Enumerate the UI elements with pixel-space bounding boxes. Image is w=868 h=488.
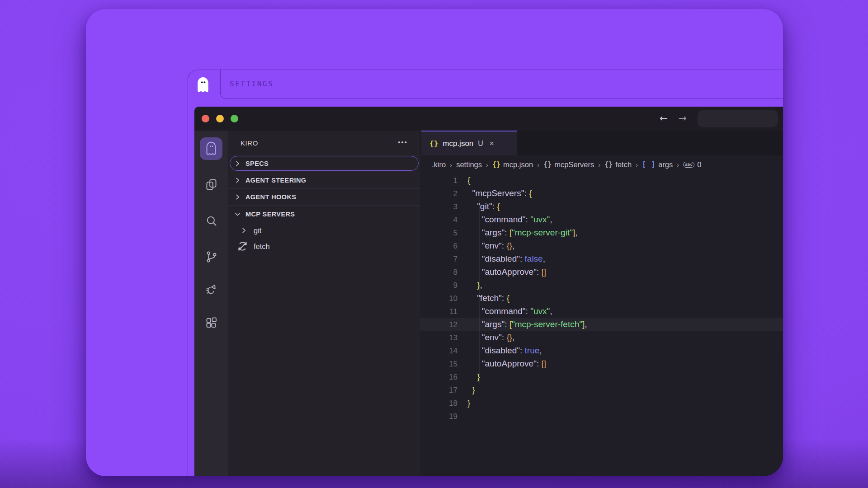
- line-number: 13: [420, 331, 458, 344]
- debug-icon: [205, 282, 218, 296]
- chevron-right-icon: [235, 194, 241, 200]
- hero-card: SETTINGS ← → KIRO ••• SPECSAGENT STEERIN: [86, 9, 783, 476]
- minimize-traffic-light[interactable]: [216, 115, 224, 122]
- editor-group: {} mcp.json U × .kiro›settings›{}mcp.jso…: [420, 131, 783, 476]
- code-line: "args": ["mcp-server-fetch"],: [467, 318, 783, 331]
- files-icon: [205, 178, 218, 191]
- sidebar-header: KIRO •••: [228, 131, 420, 155]
- branch-icon: [205, 250, 218, 263]
- sidebar-section-agent-hooks[interactable]: AGENT HOOKS: [228, 189, 420, 206]
- breadcrumb-item-fetch[interactable]: {}fetch: [604, 160, 632, 169]
- settings-tab[interactable]: SETTINGS: [230, 70, 274, 99]
- activity-item-source-control[interactable]: [205, 250, 218, 263]
- ghost-icon: [204, 141, 218, 156]
- line-number: 5: [420, 226, 458, 239]
- code-line: [467, 409, 783, 422]
- history-forward-icon[interactable]: →: [675, 107, 690, 131]
- line-number: 12: [420, 318, 458, 331]
- string-abc-icon: abc: [683, 162, 694, 168]
- line-number: 14: [420, 344, 458, 357]
- code-line: "env": {},: [467, 331, 783, 344]
- activity-item-explorer[interactable]: [205, 178, 218, 191]
- breadcrumb-item-0[interactable]: abc0: [683, 160, 701, 169]
- line-numbers: 12345678910111213141516171819: [420, 174, 458, 423]
- activity-bar: [194, 131, 228, 476]
- chevron-right-icon: [235, 178, 241, 183]
- kiro-ghost-logo-icon[interactable]: [195, 76, 211, 94]
- chevron-right-icon: [235, 161, 241, 167]
- breadcrumb-separator: ›: [486, 161, 488, 169]
- tree-item-git[interactable]: git: [228, 222, 420, 238]
- chevron-right-icon: [241, 227, 247, 233]
- tab-mcp-json[interactable]: {} mcp.json U ×: [421, 131, 517, 155]
- chrome-tab-divider: [220, 70, 221, 94]
- close-traffic-light[interactable]: [202, 115, 209, 122]
- sidebar-title: KIRO: [241, 131, 258, 155]
- activity-item-kiro[interactable]: [200, 137, 222, 160]
- code-line: },: [467, 278, 783, 291]
- breadcrumb-separator: ›: [450, 161, 452, 169]
- breadcrumb-item-mcpServers[interactable]: {}mcpServers: [543, 160, 594, 169]
- breadcrumb-label: 0: [697, 160, 701, 169]
- line-number: 6: [420, 239, 458, 253]
- code-editor[interactable]: 12345678910111213141516171819 { "mcpServ…: [420, 174, 783, 476]
- breadcrumb-label: args: [658, 160, 673, 169]
- activity-item-search[interactable]: [205, 215, 218, 228]
- sidebar-section-agent-steering[interactable]: AGENT STEERING: [228, 172, 420, 189]
- line-number: 10: [420, 292, 458, 305]
- code-line: "disabled": true,: [467, 344, 783, 357]
- chrome-tabbar-border: [226, 99, 783, 99]
- section-label: SPECS: [245, 160, 269, 167]
- code-line: "command": "uvx",: [467, 213, 783, 226]
- tree-item-fetch[interactable]: fetch: [228, 238, 420, 254]
- tab-close-icon[interactable]: ×: [490, 139, 494, 148]
- search-icon: [205, 215, 218, 228]
- array-bracket-icon: [ ]: [642, 160, 656, 169]
- breadcrumb-separator: ›: [598, 161, 600, 169]
- section-label: MCP SERVERS: [245, 211, 295, 218]
- breadcrumb-item-settings[interactable]: settings: [456, 160, 482, 169]
- breadcrumb-item-args[interactable]: [ ]args: [642, 160, 673, 169]
- extensions-icon: [205, 316, 218, 329]
- activity-item-extensions[interactable]: [205, 316, 218, 329]
- breadcrumb-label: mcp.json: [503, 160, 533, 169]
- sidebar-section-mcp-servers[interactable]: MCP SERVERS: [228, 206, 420, 222]
- page-background: SETTINGS ← → KIRO ••• SPECSAGENT STEERIN: [0, 0, 868, 488]
- breadcrumb-label: fetch: [615, 160, 632, 169]
- line-number: 4: [420, 213, 458, 226]
- line-number: 17: [420, 384, 458, 397]
- breadcrumb: .kiro›settings›{}mcp.json›{}mcpServers›{…: [432, 155, 783, 174]
- tab-modified-indicator: U: [478, 140, 483, 148]
- line-number: 9: [420, 279, 458, 292]
- tree-item-label: git: [254, 226, 261, 235]
- code-lines: { "mcpServers": { "git": { "command": "u…: [467, 174, 783, 422]
- line-number: 2: [420, 187, 458, 200]
- breadcrumb-separator: ›: [636, 161, 638, 169]
- sidebar: KIRO ••• SPECSAGENT STEERINGAGENT HOOKSM…: [228, 131, 420, 476]
- chevron-down-icon: [235, 211, 241, 217]
- activity-item-run-debug[interactable]: [205, 282, 218, 296]
- code-line: }: [467, 396, 783, 409]
- sync-disabled-icon: [237, 240, 248, 252]
- app-window: ← → KIRO ••• SPECSAGENT STEERINGAGENT HO…: [194, 107, 783, 476]
- code-line: {: [467, 174, 783, 187]
- code-line: "env": {},: [467, 239, 783, 252]
- editor-tabstrip: {} mcp.json U ×: [420, 131, 783, 155]
- history-back-icon[interactable]: ←: [656, 107, 671, 131]
- breadcrumb-item-mcp.json[interactable]: {}mcp.json: [492, 160, 533, 169]
- breadcrumb-item-kiro[interactable]: .kiro: [432, 160, 446, 169]
- command-search-box[interactable]: [698, 110, 778, 127]
- code-line: "disabled": false,: [467, 252, 783, 265]
- json-braces-icon: {}: [492, 160, 500, 169]
- code-line: "mcpServers": {: [467, 187, 783, 200]
- breadcrumb-label: .kiro: [432, 160, 446, 169]
- line-number: 1: [420, 174, 458, 187]
- line-number: 11: [420, 305, 458, 318]
- sidebar-section-specs[interactable]: SPECS: [228, 155, 420, 172]
- more-actions-icon[interactable]: •••: [398, 131, 408, 155]
- line-number: 8: [420, 266, 458, 279]
- code-line: "fetch": {: [467, 291, 783, 305]
- window-body: KIRO ••• SPECSAGENT STEERINGAGENT HOOKSM…: [194, 131, 783, 476]
- maximize-traffic-light[interactable]: [231, 115, 238, 122]
- code-line: "command": "uvx",: [467, 305, 783, 318]
